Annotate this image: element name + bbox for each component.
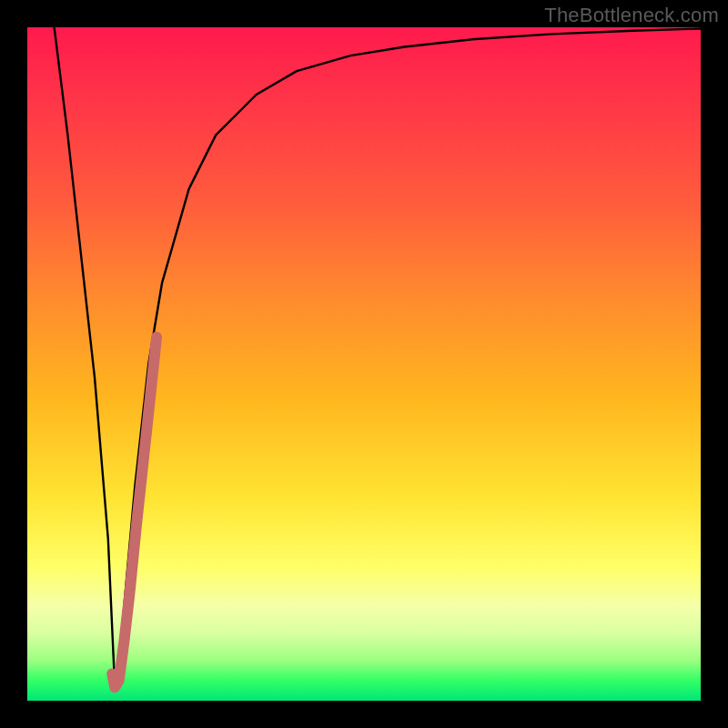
watermark-text: TheBottleneck.com — [544, 4, 719, 27]
chart-svg — [27, 27, 701, 701]
highlight-segment-path — [112, 337, 157, 687]
chart-frame: TheBottleneck.com — [0, 0, 728, 728]
plot-area — [27, 27, 701, 701]
